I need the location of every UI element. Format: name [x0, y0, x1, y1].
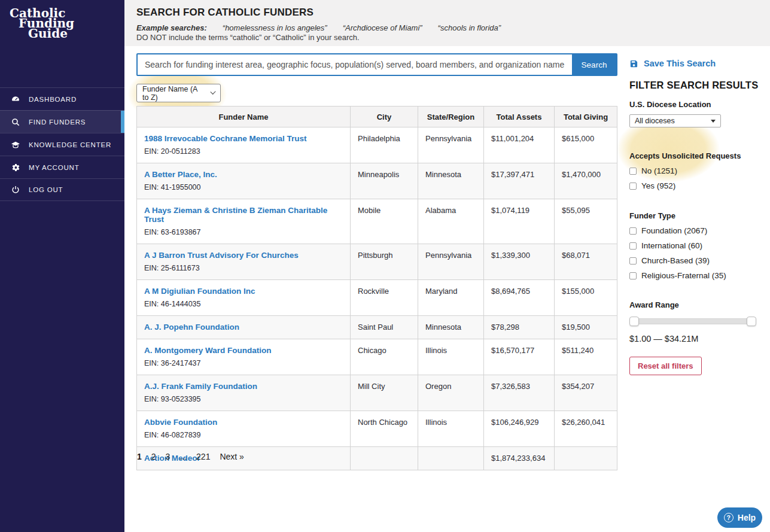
page-link-1[interactable]: 1: [137, 452, 142, 461]
funder-state: Alabama: [418, 199, 484, 244]
funder-name-link[interactable]: A. Montgomery Ward Foundation: [144, 346, 271, 355]
page-title: SEARCH FOR CATHOLIC FUNDERS: [136, 7, 314, 19]
funder-name-link[interactable]: A. J. Popehn Foundation: [144, 323, 239, 332]
funder-state: [418, 447, 484, 470]
funder-type-option[interactable]: Foundation (2067): [629, 226, 761, 235]
funder-total-giving: $26,260,041: [555, 411, 617, 447]
caret-down-icon: [711, 120, 716, 123]
diocese-select[interactable]: All dioceses: [629, 114, 721, 127]
funder-city: [351, 447, 418, 470]
funder-type-option-label: International (60): [641, 241, 702, 250]
next-page-link[interactable]: Next »: [220, 452, 244, 461]
slider-handle-max[interactable]: [747, 317, 756, 326]
unsolicited-option[interactable]: Yes (952): [629, 181, 761, 190]
diocese-select-value: All dioceses: [635, 117, 675, 125]
table-row: A. Montgomery Ward FoundationEIN: 36-241…: [137, 339, 617, 375]
unsolicited-requests-label: Accepts Unsolicited Requests: [629, 151, 761, 160]
funder-state: Illinois: [418, 411, 484, 447]
funder-state: Pennsylvania: [418, 244, 484, 280]
funder-name-link[interactable]: A M Digiulian Foundation Inc: [144, 287, 255, 296]
funder-name-link[interactable]: A Better Place, Inc.: [144, 170, 217, 179]
funder-total-assets: $1,074,119: [484, 199, 555, 244]
funder-ein: EIN: 41-1955000: [144, 183, 343, 191]
funder-city: Minneapolis: [351, 163, 418, 199]
funder-type-option[interactable]: Church-Based (39): [629, 256, 761, 265]
table-row: Abbvie FoundationEIN: 46-0827839North Ch…: [137, 411, 617, 447]
sidebar-item-find-funders[interactable]: FIND FUNDERS: [0, 110, 124, 133]
table-row: 1988 Irrevocable Cochrane Memorial Trust…: [137, 127, 617, 163]
table-row: A. J. Popehn FoundationSaint PaulMinneso…: [137, 316, 617, 339]
checkbox-icon[interactable]: [629, 183, 637, 190]
app-window: Catholic Funding Guide DASHBOARDFIND FUN…: [0, 0, 770, 532]
funder-total-giving: $615,000: [555, 127, 617, 163]
award-range-value: $1.00 — $34.21M: [629, 334, 761, 343]
checkbox-icon[interactable]: [629, 242, 637, 250]
sort-dropdown[interactable]: Funder Name (A to Z): [136, 84, 221, 102]
funder-total-assets: $16,570,177: [484, 339, 555, 375]
page-link-2[interactable]: 2: [151, 452, 156, 461]
sidebar-item-log-out[interactable]: LOG OUT: [0, 178, 124, 201]
page-link-221[interactable]: 221: [196, 452, 210, 461]
funder-name-link[interactable]: 1988 Irrevocable Cochrane Memorial Trust: [144, 134, 307, 143]
funder-type-option[interactable]: International (60): [629, 241, 761, 250]
sidebar-item-label: DASHBOARD: [29, 96, 77, 103]
diocese-location-label: U.S. Diocese Location: [629, 100, 761, 109]
sidebar-item-label: MY ACCOUNT: [29, 164, 79, 171]
funder-total-assets: $7,326,583: [484, 375, 555, 411]
checkbox-icon[interactable]: [629, 168, 637, 175]
funder-total-assets: $106,246,929: [484, 411, 555, 447]
logo-line-3: Guide: [28, 29, 124, 39]
funder-city: Mill City: [351, 375, 418, 411]
unsolicited-option-label: No (1251): [641, 166, 677, 175]
funder-total-giving: $1,470,000: [555, 163, 617, 199]
funder-type-option-label: Church-Based (39): [641, 256, 710, 265]
sidebar-item-dashboard[interactable]: DASHBOARD: [0, 87, 124, 110]
sidebar-item-knowledge-center[interactable]: KNOWLEDGE CENTER: [0, 133, 124, 156]
example-searches: Example searches: “homelessness in los a…: [136, 23, 501, 32]
slider-handle-min[interactable]: [629, 317, 639, 326]
question-mark-icon: ?: [724, 513, 734, 522]
funder-city: Saint Paul: [351, 316, 418, 339]
sidebar-item-my-account[interactable]: MY ACCOUNT: [0, 156, 124, 178]
funder-type-option[interactable]: Religious-Fraternal (35): [629, 271, 761, 280]
sidebar-item-label: KNOWLEDGE CENTER: [29, 141, 111, 148]
search-button[interactable]: Search: [572, 54, 616, 75]
search-note: DO NOT include the terms “catholic” or “…: [136, 33, 360, 42]
funder-city: Rockville: [351, 280, 418, 316]
funder-total-assets: $8,694,765: [484, 280, 555, 316]
funder-state: Oregon: [418, 375, 484, 411]
funder-name-link[interactable]: A J Barron Trust Advisory For Churches: [144, 251, 299, 260]
sidebar: Catholic Funding Guide DASHBOARDFIND FUN…: [0, 0, 124, 532]
search-input[interactable]: [138, 54, 572, 75]
checkbox-icon[interactable]: [629, 257, 637, 265]
funder-name-link[interactable]: Abbvie Foundation: [144, 418, 217, 427]
page-link-3[interactable]: 3: [166, 452, 171, 461]
funder-type-label: Funder Type: [629, 211, 761, 220]
filter-panel-title: FILTER SEARCH RESULTS: [629, 80, 761, 91]
funder-state: Illinois: [418, 339, 484, 375]
funder-state: Minnesota: [418, 316, 484, 339]
funder-total-assets: $1,339,300: [484, 244, 555, 280]
funder-city: Philadelphia: [351, 127, 418, 163]
funder-city: Chicago: [351, 339, 418, 375]
award-range-label: Award Range: [629, 300, 761, 309]
funder-ein: EIN: 93-0523395: [144, 395, 343, 403]
help-button[interactable]: ? Help: [717, 507, 762, 528]
funder-total-assets: $17,397,471: [484, 163, 555, 199]
page-ellipsis: ...: [179, 452, 187, 461]
checkbox-icon[interactable]: [629, 227, 637, 235]
unsolicited-option[interactable]: No (1251): [629, 166, 761, 175]
results-table-header: Funder Name City State/Region Total Asse…: [137, 107, 617, 127]
reset-filters-button[interactable]: Reset all filters: [629, 357, 702, 375]
funder-state: Pennsylvania: [418, 127, 484, 163]
table-row: A.J. Frank Family FoundationEIN: 93-0523…: [137, 375, 617, 411]
help-button-label: Help: [738, 513, 756, 522]
save-search-link[interactable]: Save This Search: [629, 59, 716, 68]
funder-total-giving: $354,207: [555, 375, 617, 411]
funder-name-link[interactable]: A Hays Zieman & Christine B Zieman Chari…: [144, 206, 343, 224]
table-row: A J Barron Trust Advisory For ChurchesEI…: [137, 244, 617, 280]
app-logo[interactable]: Catholic Funding Guide: [0, 0, 124, 39]
funder-name-link[interactable]: A.J. Frank Family Foundation: [144, 382, 257, 391]
checkbox-icon[interactable]: [629, 272, 637, 279]
funder-type-option-label: Foundation (2067): [641, 226, 707, 235]
